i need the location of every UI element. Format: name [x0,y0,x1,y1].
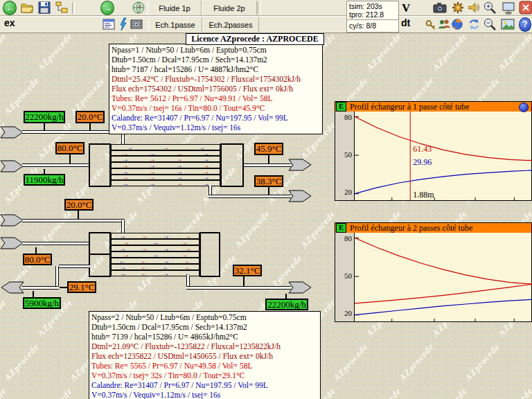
info-line: Dtub=1.50cm / Dcal=17.95cm / Sech=14.137… [112,55,320,64]
zoom-in-icon[interactable] [483,1,497,15]
forward-icon[interactable]: → [100,1,114,15]
ex1-tube-bundle: →→→→→→→→→→→→→→→→→→→→→→→→→→→ [111,143,220,187]
temp-label-ex1-hot-in[interactable]: 80.0°C [55,142,85,154]
tree-icon[interactable] [55,1,69,15]
flow-label-ex1-tube[interactable]: 11900kg/h [24,174,65,186]
people-icon[interactable] [437,17,451,31]
flow-arrow-icon: → [163,233,170,238]
flow-arrow-icon: → [123,240,130,245]
chart1-titlebar[interactable]: E Profil échangeur à 1 passe côté tube [335,102,531,112]
pipe [186,286,291,290]
flow-label-ex2-shell[interactable]: 22200kg/h [265,299,308,310]
flow-label-ex2-tube[interactable]: 5900kg/h [23,297,61,309]
toolbar-row-divider [0,16,532,17]
chart1-sphere-button[interactable] [519,103,529,112]
flow-arrow-icon: → [176,157,183,161]
chart2-titlebar[interactable]: E Profil échangeur à 2 passes côté tube [335,223,531,233]
info-line: V=0.37m/s / Vequiv=1.12m/s / tsej= 16s [91,390,318,399]
fluide-1p-button[interactable]: Fluide 1p [148,1,202,15]
sync-icon[interactable] [468,17,481,31]
open-folder-icon[interactable] [20,1,34,15]
inlet-arrow-ex1-shell [0,126,24,139]
flow-arrow-icon: → [203,157,210,161]
info-line: Calandre: Re=31407 / Pr=6.97 / Nu=197.95… [112,113,320,123]
camera-icon[interactable] [432,1,447,15]
chart-window-1-passe: E Profil échangeur à 1 passe côté tube 8… [335,101,532,201]
flow-arrow-icon: → [162,145,169,150]
background-watermark: AZprocede [496,30,532,73]
chart2-plot-area[interactable] [355,233,531,321]
close-icon[interactable] [519,1,532,15]
v-label[interactable]: V [402,1,410,15]
film-eye-icon[interactable] [130,17,143,31]
pipe [209,195,291,198]
flow-arrow-icon: → [149,169,156,174]
pipe [22,286,59,290]
inlet-arrow-ex1-tube [0,160,24,172]
background-watermark: AZprocede [2,341,42,383]
background-watermark: AZprocede [397,341,436,383]
globe-clock-icon[interactable] [132,1,145,15]
outlet-arrow-ex1-tube [288,159,312,171]
ech-1passe-button[interactable]: Ech.1passe [148,17,202,32]
temp-label-ex2-cold-out[interactable]: 32.1°C [233,265,262,276]
temp-label-ex1-hot-out[interactable]: 45.9°C [254,143,283,155]
chart2-e-button[interactable]: E [336,223,346,233]
flow-label-ex1-shell[interactable]: 22200kg/h [24,111,65,123]
outlet-arrow-ex2-tube [1,281,24,294]
info-line: Tubes: Re= 5565 / Pr=6.97 / Nu=49.58 / V… [91,361,318,371]
gear-icon[interactable] [451,1,465,15]
y-tick-label: 20 [344,309,352,317]
fluide-2p-button[interactable]: Fluide 2p [202,1,257,15]
window-list-icon[interactable] [102,17,116,31]
y-tick-label: 20 [344,188,352,196]
flow-arrow-icon: → [149,175,156,179]
background-watermark: AZprocede [430,30,470,73]
ech-2passes-button[interactable]: Ech.2passes [202,17,259,32]
background-watermark: AZprocede [299,208,338,250]
flow-arrow-icon: → [176,151,183,156]
inlet-arrow-ex2-shell [0,214,24,227]
save-icon[interactable] [37,1,51,15]
flow-arrow-icon: → [152,240,159,245]
background-watermark: AZprocede [364,30,404,73]
chart1-title: Profil échangeur à 1 passe côté tube [350,102,470,112]
tpro-value: tpro: 212.8 [349,10,396,19]
chart1-plot-area[interactable]: 61.4329.961.88m [355,112,531,200]
label-connector [35,247,37,254]
flow-arrow-icon: → [149,163,156,168]
exchanger-tube: →→→→ [111,156,220,162]
ex-label[interactable]: ex [4,17,15,28]
lightning-icon[interactable] [118,17,128,31]
browser-globe-icon[interactable] [451,17,463,31]
back-icon[interactable]: ← [3,1,17,15]
simulation-status-panel: tsim: 203s tpro: 212.8 cy/s: 8/8 [346,1,399,33]
flow-arrow-icon: → [152,252,159,257]
flow-arrow-icon: → [122,181,129,186]
exchanger1-info-box: Npass=1 / Ntub=50 / Ltub=6m / Esptub=0.7… [109,44,323,134]
temp-label-ex2-hot-in[interactable]: 80.0°C [23,254,52,265]
temp-label-ex2-hot-out[interactable]: 29.1°C [67,281,96,293]
toolbar-separator [258,2,260,14]
speaker-icon[interactable] [468,1,480,15]
y-tick-label: 50 [344,150,352,159]
outlet-arrow-ex2-shell [288,281,312,294]
ex1-right-header [220,143,244,187]
screen-icon[interactable] [500,1,517,15]
flow-arrow-icon: → [141,246,148,251]
help-icon[interactable]: ? [519,17,531,31]
zoom-out-icon[interactable] [483,17,497,31]
tsim-value: tsim: 203s [349,2,396,10]
temp-label-ex2-cold-in[interactable]: 20.0°C [64,199,94,211]
temp-label-ex1-cold-out[interactable]: 38.3°C [254,175,283,187]
key-icon[interactable] [425,18,436,32]
picture-icon[interactable] [499,17,516,31]
background-watermark: AZprocede [430,385,470,399]
chart1-e-button[interactable]: E [336,102,346,112]
flow-arrow-icon: → [122,163,129,168]
dt-label[interactable]: dt [401,17,410,28]
flow-arrow-icon: ← [184,258,191,263]
flow-arrow-icon: → [149,157,156,161]
exchanger-tube: →→→→ [111,175,220,181]
temp-label-ex1-cold-in[interactable]: 20.0°C [76,111,105,123]
